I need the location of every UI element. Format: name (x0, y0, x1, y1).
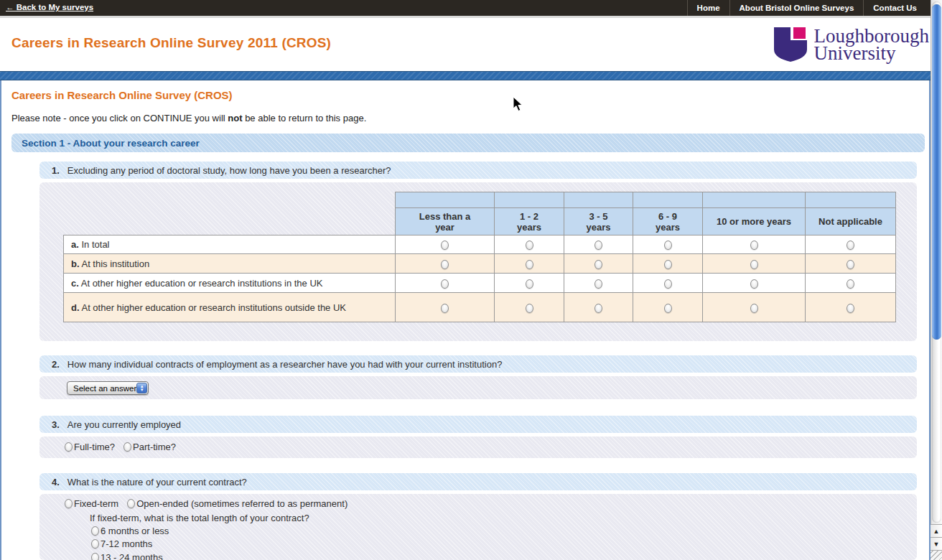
question-3-body: Full-time? Part-time? (39, 437, 917, 458)
left-border (0, 80, 1, 560)
question-1-number: 1. (52, 165, 60, 176)
radio-button[interactable] (847, 279, 854, 289)
question-2-text: How many individual contracts of employm… (67, 359, 503, 370)
table-row: c. At other higher education or research… (64, 274, 896, 293)
answer-dropdown[interactable]: Select an answer ▲ ▼ (67, 381, 149, 395)
subquestion-text: If fixed-term, what is the total length … (90, 513, 356, 523)
radio-button[interactable] (664, 304, 672, 313)
page-title: Careers in Research Online Survey (CROS) (11, 89, 233, 101)
column-header: 10 or more years (703, 208, 806, 235)
scroll-down-icon: ▼ (933, 541, 940, 548)
radio-button[interactable] (526, 241, 533, 250)
radio-button[interactable] (750, 241, 758, 250)
table-row: a. In total (64, 235, 896, 254)
grid-header-labels-row: Less than a year 1 - 2 years 3 - 5 years… (64, 208, 896, 235)
section-header: Section 1 - About your research career (11, 134, 925, 152)
back-to-my-surveys-link[interactable]: ← Back to My surveys (6, 3, 93, 11)
option-label: 7-12 months (101, 538, 152, 549)
radio-button[interactable] (750, 304, 758, 313)
table-row: d. At other higher education or research… (64, 293, 896, 322)
question-3-header: 3. Are you currently employed (39, 416, 917, 433)
grid-header-empty-row (64, 192, 896, 208)
question-2-header: 2. How many individual contracts of empl… (39, 355, 917, 373)
question-1-text: Excluding any period of doctoral study, … (67, 165, 391, 176)
question-1-body: Less than a year 1 - 2 years 3 - 5 years… (39, 182, 917, 341)
question-4-text: What is the nature of your current contr… (67, 477, 247, 487)
column-header: Not applicable (806, 208, 896, 235)
radio-button[interactable] (127, 499, 135, 508)
table-row: b. At this institution (64, 254, 896, 274)
section-title: Section 1 - About your research career (22, 138, 200, 149)
nav-contact-us[interactable]: Contact Us (863, 0, 926, 16)
note-text: Please note - once you click on CONTINUE… (11, 113, 366, 123)
radio-button[interactable] (91, 526, 99, 536)
radio-button[interactable] (664, 279, 672, 289)
dropdown-selected-value: Select an answer (67, 384, 136, 393)
scrollbar-thumb[interactable] (932, 4, 941, 340)
question-4-body: Fixed-term Open-ended (sometimes referre… (39, 494, 917, 560)
column-header: 3 - 5 years (564, 208, 633, 235)
option-label: Fixed-term (74, 498, 118, 509)
top-bar: ← Back to My surveys Home About Bristol … (0, 0, 942, 16)
question-4-header: 4. What is the nature of your current co… (39, 473, 917, 490)
page-header: Careers in Research Online Survey 2011 (… (0, 18, 942, 71)
radio-button[interactable] (65, 442, 73, 452)
radio-button[interactable] (441, 241, 449, 250)
logo-text: Loughborough University (814, 27, 929, 62)
option-label: 6 months or less (101, 526, 169, 536)
question-1-answer-grid: Less than a year 1 - 2 years 3 - 5 years… (63, 192, 896, 322)
scroll-up-button[interactable]: ▲ (931, 524, 942, 537)
option-label: Full-time? (74, 442, 115, 452)
radio-button[interactable] (65, 499, 73, 508)
radio-button[interactable] (594, 241, 602, 250)
question-3-text: Are you currently employed (67, 419, 181, 430)
dropdown-stepper-icon: ▲ ▼ (136, 383, 147, 393)
question-2-body: Select an answer ▲ ▼ (39, 376, 917, 399)
radio-button[interactable] (664, 260, 672, 269)
nav-home[interactable]: Home (687, 0, 729, 16)
radio-button[interactable] (847, 260, 854, 269)
radio-button[interactable] (594, 279, 602, 289)
blue-divider-bar (0, 71, 942, 80)
column-header: Less than a year (396, 208, 495, 235)
loughborough-shield-icon (773, 26, 810, 66)
scroll-up-icon: ▲ (933, 528, 940, 535)
radio-button[interactable] (441, 260, 449, 269)
question-2-number: 2. (52, 359, 60, 370)
radio-button[interactable] (847, 241, 854, 250)
radio-button[interactable] (91, 539, 99, 549)
column-header: 1 - 2 years (495, 208, 564, 235)
question-3-number: 3. (52, 419, 60, 430)
radio-button[interactable] (526, 304, 533, 313)
radio-button[interactable] (750, 260, 758, 269)
column-header: 6 - 9 years (633, 208, 703, 235)
radio-button[interactable] (847, 304, 854, 313)
top-navigation: Home About Bristol Online Surveys Contac… (687, 0, 926, 16)
survey-title: Careers in Research Online Survey 2011 (… (11, 35, 331, 51)
resize-grip[interactable] (931, 550, 942, 560)
loughborough-university-logo: Loughborough University (773, 26, 929, 66)
mouse-cursor-icon (513, 96, 523, 115)
option-label: Open-ended (sometimes referred to as per… (136, 498, 348, 509)
radio-button[interactable] (123, 442, 131, 452)
option-label: 13 - 24 months (101, 552, 163, 560)
radio-button[interactable] (526, 260, 533, 269)
question-1-header: 1. Excluding any period of doctoral stud… (39, 162, 917, 179)
radio-button[interactable] (664, 241, 672, 250)
radio-button[interactable] (91, 553, 99, 560)
radio-button[interactable] (594, 260, 602, 269)
radio-button[interactable] (750, 279, 758, 289)
radio-button[interactable] (441, 279, 449, 289)
option-label: Part-time? (133, 442, 176, 452)
vertical-scrollbar[interactable]: ▲ ▼ (931, 0, 942, 560)
scroll-down-button[interactable]: ▼ (931, 537, 942, 550)
nav-about-bristol-online-surveys[interactable]: About Bristol Online Surveys (729, 0, 864, 16)
radio-button[interactable] (441, 304, 449, 313)
question-4-number: 4. (52, 477, 60, 487)
radio-button[interactable] (526, 279, 533, 289)
radio-button[interactable] (594, 304, 602, 313)
